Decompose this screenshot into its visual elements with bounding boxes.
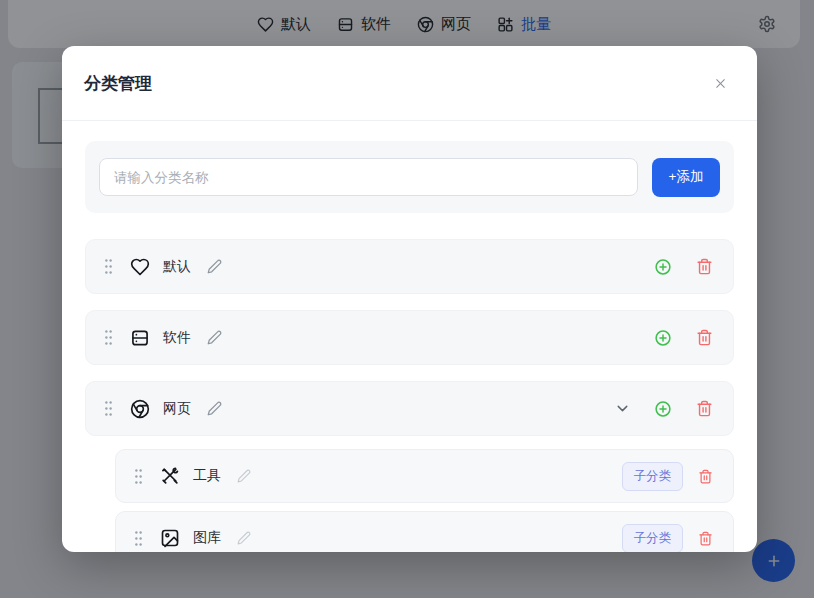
category-row-default: 默认 bbox=[85, 239, 734, 294]
subcategory-name: 图库 bbox=[193, 529, 221, 547]
edit-icon[interactable] bbox=[205, 328, 224, 347]
category-name-input[interactable] bbox=[99, 158, 638, 196]
browser-icon bbox=[130, 399, 150, 419]
edit-icon[interactable] bbox=[235, 529, 253, 547]
drag-handle-icon[interactable] bbox=[104, 400, 113, 417]
category-name: 软件 bbox=[163, 329, 191, 347]
heart-icon bbox=[130, 257, 150, 277]
drag-handle-icon[interactable] bbox=[134, 530, 143, 547]
subcategory-badge: 子分类 bbox=[622, 462, 684, 491]
category-list: 默认 软件 bbox=[85, 239, 734, 552]
add-subcategory-icon[interactable] bbox=[652, 327, 674, 349]
subcategory-badge: 子分类 bbox=[622, 524, 684, 553]
category-row-web: 网页 bbox=[85, 381, 734, 436]
delete-icon[interactable] bbox=[696, 467, 715, 486]
add-subcategory-icon[interactable] bbox=[652, 398, 674, 420]
tools-icon bbox=[160, 466, 180, 486]
category-name: 默认 bbox=[163, 258, 191, 276]
edit-icon[interactable] bbox=[205, 257, 224, 276]
edit-icon[interactable] bbox=[205, 399, 224, 418]
dialog-header: 分类管理 bbox=[62, 46, 757, 121]
subcategory-name: 工具 bbox=[193, 467, 221, 485]
category-row-software: 软件 bbox=[85, 310, 734, 365]
drag-handle-icon[interactable] bbox=[104, 329, 113, 346]
close-icon[interactable] bbox=[710, 73, 731, 94]
chevron-down-icon[interactable] bbox=[612, 398, 633, 419]
drag-handle-icon[interactable] bbox=[134, 468, 143, 485]
delete-icon[interactable] bbox=[694, 398, 715, 419]
drive-icon bbox=[130, 328, 150, 348]
delete-icon[interactable] bbox=[694, 327, 715, 348]
category-name: 网页 bbox=[163, 400, 191, 418]
image-icon bbox=[160, 528, 180, 548]
add-category-button[interactable]: +添加 bbox=[652, 158, 720, 197]
dialog-body: +添加 默认 bbox=[62, 121, 757, 552]
subcategory-row-tools: 工具 子分类 bbox=[115, 449, 734, 503]
dialog-title: 分类管理 bbox=[84, 72, 152, 95]
add-category-bar: +添加 bbox=[85, 141, 734, 213]
category-manager-dialog: 分类管理 +添加 默认 bbox=[62, 46, 757, 552]
delete-icon[interactable] bbox=[696, 529, 715, 548]
add-subcategory-icon[interactable] bbox=[652, 256, 674, 278]
subcategory-row-gallery: 图库 子分类 bbox=[115, 511, 734, 552]
edit-icon[interactable] bbox=[235, 467, 253, 485]
delete-icon[interactable] bbox=[694, 256, 715, 277]
drag-handle-icon[interactable] bbox=[104, 258, 113, 275]
